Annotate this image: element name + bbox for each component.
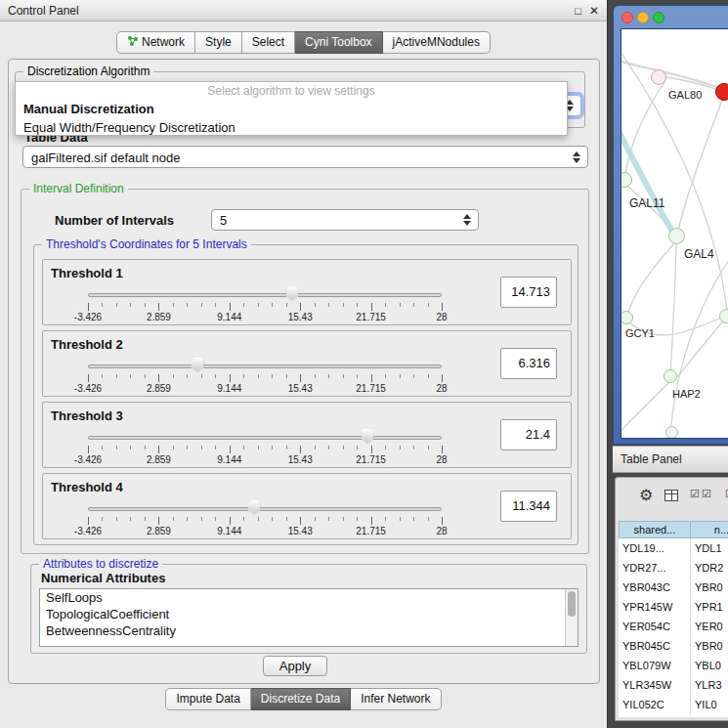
threshold-2-value-field[interactable]: 6.316 [500, 348, 557, 379]
dropdown-item-manual-discretization[interactable]: Manual Discretization [16, 100, 567, 118]
table-cell[interactable]: YDL1 [691, 538, 728, 558]
columns-icon[interactable] [664, 490, 678, 501]
table-row[interactable]: YBL079WYBL0 [619, 656, 728, 675]
table-cell[interactable]: YER054C [619, 617, 691, 636]
slider-track[interactable] [88, 436, 442, 440]
table-cell[interactable]: YBR045C [619, 636, 691, 656]
table-cell[interactable]: YBR0 [691, 636, 728, 656]
network-node-highlighted[interactable] [715, 83, 728, 101]
table-cell[interactable]: YBR043C [619, 578, 691, 597]
control-panel: Control Panel □ ✕ Network Style Select C… [0, 0, 608, 728]
table-cell[interactable]: YDL19... [619, 538, 691, 558]
scale-label: 15.43 [288, 454, 313, 465]
scale-label: 9.144 [217, 383, 241, 394]
tab-infer-network[interactable]: Infer Network [351, 688, 441, 710]
slider-thumb[interactable] [361, 429, 373, 444]
scale-label: -3.426 [74, 454, 102, 465]
list-item[interactable]: SelfLoops [40, 589, 578, 606]
dropdown-hint: Select algorithm to view settings [16, 82, 567, 100]
checkbox-icon[interactable]: ☑ [702, 488, 711, 500]
table-window: ⚙ ☑ ☑ ☑ shared... n... YDL19...YDL1 YDR2… [615, 477, 728, 721]
threshold-3-slider[interactable]: -3.426 2.859 9.144 15.43 21.715 28 [88, 426, 442, 465]
table-cell[interactable]: YDR2 [691, 558, 728, 578]
slider-track[interactable] [88, 364, 442, 368]
tab-network[interactable]: Network [116, 31, 195, 54]
threshold-3-value-field[interactable]: 21.4 [500, 419, 557, 450]
checkbox-icon[interactable]: ☑ [690, 488, 700, 500]
table-cell[interactable]: YLR3 [691, 675, 728, 695]
table-row[interactable]: YIL052CYIL0 [619, 695, 728, 714]
tab-jactivemnodules[interactable]: jActiveMNodules [383, 31, 491, 54]
slider-track[interactable] [88, 507, 442, 511]
column-header-shared-name[interactable]: shared... [619, 521, 691, 538]
threshold-1-value-field[interactable]: 14.713 [500, 277, 557, 308]
table-row[interactable]: YPR145WYPR1 [619, 597, 728, 617]
threshold-label: Threshold 1 [51, 266, 123, 280]
threshold-label: Threshold 2 [51, 337, 123, 352]
table-cell[interactable]: YIL0 [691, 695, 728, 714]
table-row[interactable]: YLR345WYLR3 [619, 675, 728, 695]
table-row[interactable]: YER054CYER0 [619, 617, 728, 636]
table-cell[interactable]: YBR0 [691, 578, 728, 597]
table-cell[interactable]: YBL0 [691, 656, 728, 675]
threshold-1-slider[interactable]: -3.426 2.859 9.144 15.43 21.715 28 [88, 283, 442, 322]
scale-label: 2.859 [147, 526, 171, 536]
close-traffic-light-icon[interactable] [621, 12, 633, 23]
table-row[interactable]: YDR27...YDR2 [619, 558, 728, 578]
gear-icon[interactable]: ⚙ [639, 486, 653, 504]
tab-style[interactable]: Style [195, 31, 242, 54]
slider-scale: -3.426 2.859 9.144 15.43 21.715 28 [88, 526, 442, 537]
apply-button[interactable]: Apply [263, 656, 327, 676]
tab-label: Network [142, 35, 185, 49]
tab-impute-data[interactable]: Impute Data [165, 688, 250, 710]
slider-thumb[interactable] [192, 358, 204, 372]
table-cell[interactable]: YPR145W [619, 597, 691, 617]
scale-label: 28 [436, 312, 447, 322]
table-cell[interactable]: YDR27... [619, 558, 691, 578]
tab-cyni-toolbox[interactable]: Cyni Toolbox [295, 31, 382, 54]
table-row[interactable]: YBR045CYBR0 [619, 636, 728, 656]
table-data-combobox[interactable]: galFiltered.sif default node [22, 146, 588, 168]
table-cell[interactable]: YBL079W [619, 656, 691, 675]
number-of-intervals-spinner[interactable]: 5 [211, 209, 479, 231]
list-scrollbar[interactable] [565, 589, 578, 646]
list-item[interactable]: BetweennessCentrality [40, 622, 578, 639]
network-node[interactable] [668, 228, 685, 244]
slider-thumb[interactable] [285, 286, 298, 301]
close-icon[interactable]: ✕ [589, 4, 599, 18]
network-node[interactable] [664, 369, 677, 383]
zoom-traffic-light-icon[interactable] [653, 12, 664, 23]
scale-label: 21.715 [356, 526, 386, 536]
slider-thumb[interactable] [248, 500, 261, 515]
tab-label: Select [252, 35, 284, 49]
tab-label: Cyni Toolbox [305, 35, 371, 49]
scale-label: -3.426 [74, 383, 102, 394]
scale-label: 28 [436, 454, 447, 465]
minimize-traffic-light-icon[interactable] [637, 12, 649, 23]
float-window-icon[interactable]: □ [575, 5, 581, 17]
column-header-name[interactable]: n... [691, 521, 728, 538]
threshold-4-value-field[interactable]: 11.344 [500, 491, 557, 522]
scrollbar-thumb[interactable] [568, 591, 576, 617]
table-cell[interactable]: YER0 [691, 617, 728, 636]
tab-discretize-data[interactable]: Discretize Data [251, 688, 351, 710]
network-canvas[interactable]: GAL80 GAL11 GAL4 GCY1 HAP2 [621, 28, 728, 439]
tab-select[interactable]: Select [242, 31, 295, 54]
table-row[interactable]: YDL19...YDL1 [619, 538, 728, 558]
slider-track[interactable] [88, 293, 442, 297]
table-cell[interactable]: YIL052C [619, 695, 691, 714]
table-cell[interactable]: YLR345W [619, 675, 691, 695]
network-node[interactable] [665, 426, 678, 439]
threshold-2-slider[interactable]: -3.426 2.859 9.144 15.43 21.715 28 [88, 355, 442, 394]
node-label: HAP2 [672, 388, 701, 400]
network-node[interactable] [651, 69, 666, 85]
cyni-toolbox-panel: Discretization Algorithm Select algorith… [8, 59, 600, 684]
threshold-4-slider[interactable]: -3.426 2.859 9.144 15.43 21.715 28 [88, 497, 442, 536]
control-panel-titlebar: Control Panel □ ✕ [0, 0, 607, 21]
scale-label: 15.43 [288, 383, 313, 394]
network-node[interactable] [719, 309, 728, 323]
table-cell[interactable]: YPR1 [691, 597, 728, 617]
dropdown-item-equal-width[interactable]: Equal Width/Frequency Discretization [16, 118, 567, 137]
list-item[interactable]: TopologicalCoefficient [40, 606, 578, 622]
table-row[interactable]: YBR043CYBR0 [619, 578, 728, 597]
